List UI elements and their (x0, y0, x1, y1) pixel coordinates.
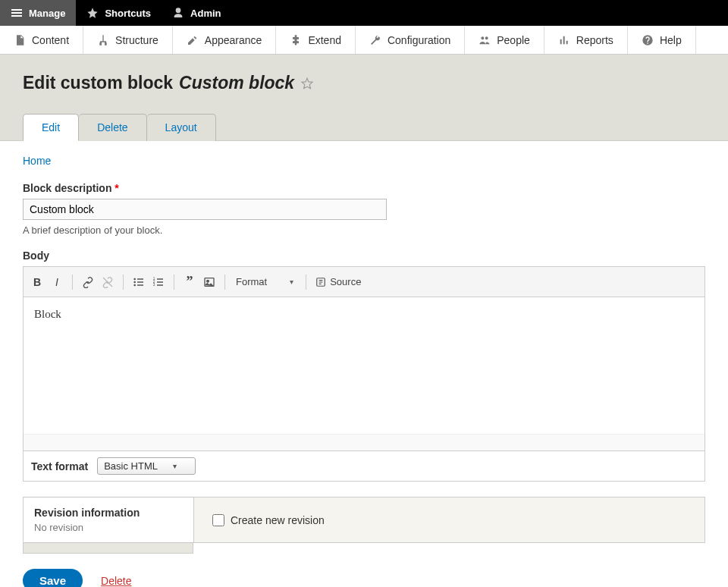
nav-appearance-label: Appearance (205, 34, 262, 46)
puzzle-icon (290, 34, 302, 46)
page-header: Edit custom block Custom block Edit Dele… (0, 55, 728, 141)
toolbar-top: Manage Shortcuts Admin (0, 0, 728, 26)
source-icon (315, 277, 326, 287)
create-revision-checkbox[interactable] (212, 514, 224, 526)
text-format-label: Text format (31, 460, 88, 472)
delete-link[interactable]: Delete (101, 575, 131, 587)
paint-icon (187, 34, 199, 46)
editor-content[interactable]: Block (24, 297, 704, 434)
file-icon (14, 34, 26, 46)
required-marker: * (111, 182, 118, 194)
help-icon (642, 34, 654, 46)
hierarchy-icon (97, 34, 109, 46)
barchart-icon (558, 34, 570, 46)
numbered-list-icon: 123 (152, 276, 165, 288)
italic-button[interactable]: I (48, 273, 66, 291)
link-icon (82, 276, 94, 288)
toolbar-separator (224, 275, 225, 290)
block-description-input[interactable] (23, 199, 387, 220)
tab-layout-label: Layout (165, 121, 197, 133)
tab-delete-label: Delete (97, 121, 127, 133)
field-body: Body B I 123 ” (23, 250, 705, 482)
nav-content-label: Content (32, 34, 69, 46)
body-label: Body (23, 250, 705, 262)
nav-structure[interactable]: Structure (83, 26, 173, 54)
editor-statusbar (24, 434, 704, 450)
toolbar-separator (174, 275, 174, 290)
revision-panel: Revision information No revision Create … (23, 497, 705, 543)
source-button[interactable]: Source (312, 276, 364, 287)
page-title-emphasis: Custom block (179, 73, 294, 93)
form-actions: Save Delete (23, 569, 705, 587)
nav-reports[interactable]: Reports (544, 26, 628, 54)
nav-content[interactable]: Content (0, 26, 83, 54)
nav-help-label: Help (660, 34, 682, 46)
text-format-selected: Basic HTML (104, 460, 158, 472)
numbered-list-button[interactable]: 123 (149, 273, 168, 291)
revision-body: Create new revision (194, 498, 704, 542)
wrench-icon (369, 34, 381, 46)
create-revision-label: Create new revision (231, 514, 325, 526)
rich-text-editor: B I 123 ” (23, 266, 705, 451)
shortcuts-menu[interactable]: Shortcuts (76, 0, 162, 26)
admin-menu[interactable]: Admin (162, 0, 231, 26)
text-format-select[interactable]: Basic HTML ▾ (97, 457, 196, 475)
toolbar-separator (72, 275, 73, 290)
image-button[interactable] (200, 273, 218, 291)
admin-label: Admin (190, 8, 221, 19)
nav-configuration[interactable]: Configuration (356, 26, 465, 54)
page-title: Edit custom block Custom block (23, 73, 705, 93)
breadcrumb-home[interactable]: Home (23, 155, 51, 167)
link-button[interactable] (79, 273, 97, 291)
svg-text:3: 3 (153, 283, 155, 287)
save-button[interactable]: Save (23, 569, 83, 587)
toolbar-separator (123, 275, 124, 290)
nav-people-label: People (497, 34, 530, 46)
user-icon (172, 7, 184, 19)
nav-reports-label: Reports (576, 34, 613, 46)
nav-people[interactable]: People (465, 26, 544, 54)
svg-point-7 (207, 280, 209, 282)
revision-title: Revision information (34, 507, 183, 519)
svg-point-2 (133, 284, 136, 286)
main-content: Home Block description * A brief descrip… (0, 141, 728, 587)
block-description-label: Block description * (23, 182, 705, 194)
bullet-list-icon (133, 276, 145, 288)
tab-delete[interactable]: Delete (79, 114, 146, 141)
nav-extend-label: Extend (308, 34, 341, 46)
tab-edit[interactable]: Edit (23, 114, 79, 141)
chevron-down-icon: ▾ (290, 278, 293, 286)
revision-sidebar-tab[interactable]: Revision information No revision (24, 498, 194, 542)
format-dropdown-label: Format (236, 276, 267, 287)
people-icon (479, 34, 491, 46)
block-description-help: A brief description of your block. (23, 224, 705, 236)
bold-button[interactable]: B (28, 273, 46, 291)
shortcuts-label: Shortcuts (105, 8, 151, 19)
editor-toolbar: B I 123 ” (24, 267, 704, 297)
unlink-button[interactable] (99, 273, 117, 291)
primary-tabs: Edit Delete Layout (23, 113, 705, 140)
nav-structure-label: Structure (115, 34, 158, 46)
blockquote-button[interactable]: ” (180, 273, 199, 291)
revision-subtitle: No revision (34, 522, 183, 533)
hamburger-icon (11, 7, 23, 19)
nav-extend[interactable]: Extend (276, 26, 356, 54)
svg-point-1 (133, 281, 136, 283)
manage-label: Manage (29, 8, 65, 19)
revision-sidebar-footer (23, 543, 193, 554)
star-icon (86, 7, 99, 19)
source-label: Source (330, 276, 361, 287)
bullet-list-button[interactable] (130, 273, 148, 291)
favorite-star-icon[interactable] (300, 77, 314, 90)
unlink-icon (102, 276, 114, 288)
manage-menu[interactable]: Manage (0, 0, 76, 26)
tab-layout[interactable]: Layout (147, 114, 216, 141)
nav-help[interactable]: Help (628, 26, 696, 54)
admin-nav: Content Structure Appearance Extend Conf… (0, 26, 728, 55)
toolbar-separator (306, 275, 306, 290)
chevron-down-icon: ▾ (173, 462, 177, 470)
field-block-description: Block description * A brief description … (23, 182, 705, 236)
nav-appearance[interactable]: Appearance (173, 26, 277, 54)
format-dropdown[interactable]: Format ▾ (231, 276, 300, 287)
nav-configuration-label: Configuration (388, 34, 450, 46)
